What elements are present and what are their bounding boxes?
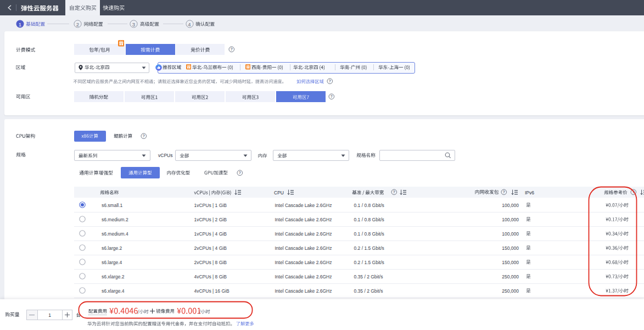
svg-text:?: ?: [328, 79, 331, 84]
svg-text:?: ?: [393, 190, 396, 195]
svg-text:?: ?: [330, 94, 333, 99]
svg-text:?: ?: [142, 133, 145, 138]
svg-text:?: ?: [238, 170, 241, 175]
svg-text:?: ?: [503, 190, 506, 195]
svg-text:?: ?: [231, 47, 233, 52]
